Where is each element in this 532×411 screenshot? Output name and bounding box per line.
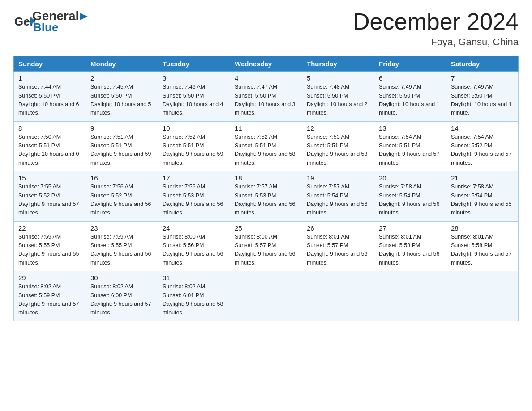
day-number: 6 <box>379 74 442 82</box>
logo-triangle-icon <box>80 12 90 21</box>
calendar-cell: 30Sunrise: 8:02 AMSunset: 6:00 PMDayligh… <box>86 271 158 321</box>
day-number: 22 <box>18 224 81 232</box>
day-info: Sunrise: 7:59 AMSunset: 5:55 PMDaylight:… <box>18 233 81 268</box>
day-info: Sunrise: 7:52 AMSunset: 5:51 PMDaylight:… <box>235 133 297 168</box>
col-saturday: Saturday <box>446 56 519 72</box>
page-header: General General Blue December 2024 Foya,… <box>13 9 519 48</box>
day-info: Sunrise: 8:00 AMSunset: 5:57 PMDaylight:… <box>235 233 297 268</box>
day-info: Sunrise: 7:49 AMSunset: 5:50 PMDaylight:… <box>451 83 514 118</box>
calendar-cell: 16Sunrise: 7:56 AMSunset: 5:52 PMDayligh… <box>86 171 158 222</box>
day-info: Sunrise: 7:49 AMSunset: 5:50 PMDaylight:… <box>379 83 442 118</box>
calendar-cell <box>230 271 302 321</box>
calendar-table: Sunday Monday Tuesday Wednesday Thursday… <box>13 56 519 321</box>
calendar-cell: 21Sunrise: 7:58 AMSunset: 5:54 PMDayligh… <box>446 171 519 222</box>
day-number: 28 <box>451 224 514 232</box>
day-info: Sunrise: 7:48 AMSunset: 5:50 PMDaylight:… <box>307 83 369 118</box>
calendar-cell: 28Sunrise: 8:01 AMSunset: 5:58 PMDayligh… <box>446 221 519 271</box>
day-number: 29 <box>18 274 81 282</box>
calendar-cell: 23Sunrise: 7:59 AMSunset: 5:55 PMDayligh… <box>86 221 158 271</box>
week-row-2: 8Sunrise: 7:50 AMSunset: 5:51 PMDaylight… <box>14 121 519 171</box>
day-number: 16 <box>90 174 153 182</box>
day-number: 4 <box>235 74 297 82</box>
day-info: Sunrise: 7:54 AMSunset: 5:52 PMDaylight:… <box>451 133 514 168</box>
day-number: 3 <box>163 74 225 82</box>
calendar-body: 1Sunrise: 7:44 AMSunset: 5:50 PMDaylight… <box>14 72 519 321</box>
day-number: 26 <box>307 224 369 232</box>
day-info: Sunrise: 7:50 AMSunset: 5:51 PMDaylight:… <box>18 133 81 168</box>
day-info: Sunrise: 7:57 AMSunset: 5:54 PMDaylight:… <box>307 183 369 218</box>
day-info: Sunrise: 7:58 AMSunset: 5:54 PMDaylight:… <box>451 183 514 218</box>
day-number: 8 <box>18 124 81 132</box>
day-info: Sunrise: 7:53 AMSunset: 5:51 PMDaylight:… <box>307 133 369 168</box>
calendar-cell: 19Sunrise: 7:57 AMSunset: 5:54 PMDayligh… <box>302 171 374 222</box>
calendar-cell: 24Sunrise: 8:00 AMSunset: 5:56 PMDayligh… <box>158 221 230 271</box>
col-friday: Friday <box>374 56 446 72</box>
col-sunday: Sunday <box>14 56 86 72</box>
day-info: Sunrise: 7:51 AMSunset: 5:51 PMDaylight:… <box>90 133 153 168</box>
calendar-cell: 25Sunrise: 8:00 AMSunset: 5:57 PMDayligh… <box>230 221 302 271</box>
day-number: 5 <box>307 74 369 82</box>
day-number: 17 <box>163 174 225 182</box>
calendar-header: Sunday Monday Tuesday Wednesday Thursday… <box>14 56 519 72</box>
col-wednesday: Wednesday <box>230 56 302 72</box>
logo: General General Blue <box>13 9 90 34</box>
week-row-1: 1Sunrise: 7:44 AMSunset: 5:50 PMDaylight… <box>14 72 519 122</box>
week-row-4: 22Sunrise: 7:59 AMSunset: 5:55 PMDayligh… <box>14 221 519 271</box>
calendar-cell: 7Sunrise: 7:49 AMSunset: 5:50 PMDaylight… <box>446 72 519 122</box>
week-row-5: 29Sunrise: 8:02 AMSunset: 5:59 PMDayligh… <box>14 271 519 321</box>
calendar-cell: 26Sunrise: 8:01 AMSunset: 5:57 PMDayligh… <box>302 221 374 271</box>
day-number: 1 <box>18 74 81 82</box>
calendar-cell: 22Sunrise: 7:59 AMSunset: 5:55 PMDayligh… <box>14 221 86 271</box>
day-info: Sunrise: 7:45 AMSunset: 5:50 PMDaylight:… <box>90 83 153 118</box>
logo-icon: General <box>13 11 35 33</box>
calendar-cell: 2Sunrise: 7:45 AMSunset: 5:50 PMDaylight… <box>86 72 158 122</box>
day-info: Sunrise: 8:02 AMSunset: 6:01 PMDaylight:… <box>163 283 225 317</box>
calendar-cell: 10Sunrise: 7:52 AMSunset: 5:51 PMDayligh… <box>158 121 230 171</box>
calendar-cell: 6Sunrise: 7:49 AMSunset: 5:50 PMDaylight… <box>374 72 446 122</box>
day-info: Sunrise: 7:57 AMSunset: 5:53 PMDaylight:… <box>235 183 297 218</box>
calendar-cell: 31Sunrise: 8:02 AMSunset: 6:01 PMDayligh… <box>158 271 230 321</box>
calendar-cell: 9Sunrise: 7:51 AMSunset: 5:51 PMDaylight… <box>86 121 158 171</box>
day-number: 20 <box>379 174 442 182</box>
day-info: Sunrise: 8:00 AMSunset: 5:56 PMDaylight:… <box>163 233 225 268</box>
calendar-cell <box>302 271 374 321</box>
calendar-cell: 4Sunrise: 7:47 AMSunset: 5:50 PMDaylight… <box>230 72 302 122</box>
logo-blue-text: Blue <box>33 21 90 34</box>
day-info: Sunrise: 7:46 AMSunset: 5:50 PMDaylight:… <box>163 83 225 118</box>
day-number: 12 <box>307 124 369 132</box>
calendar-cell <box>374 271 446 321</box>
day-info: Sunrise: 8:01 AMSunset: 5:58 PMDaylight:… <box>451 233 514 268</box>
col-monday: Monday <box>86 56 158 72</box>
location: Foya, Gansu, China <box>353 36 519 48</box>
calendar-cell: 1Sunrise: 7:44 AMSunset: 5:50 PMDaylight… <box>14 72 86 122</box>
calendar-cell: 11Sunrise: 7:52 AMSunset: 5:51 PMDayligh… <box>230 121 302 171</box>
day-number: 10 <box>163 124 225 132</box>
day-number: 30 <box>90 274 153 282</box>
day-number: 18 <box>235 174 297 182</box>
day-number: 31 <box>163 274 225 282</box>
day-number: 15 <box>18 174 81 182</box>
day-info: Sunrise: 7:55 AMSunset: 5:52 PMDaylight:… <box>18 183 81 218</box>
day-info: Sunrise: 7:47 AMSunset: 5:50 PMDaylight:… <box>235 83 297 118</box>
calendar-cell: 15Sunrise: 7:55 AMSunset: 5:52 PMDayligh… <box>14 171 86 222</box>
calendar-cell: 20Sunrise: 7:58 AMSunset: 5:54 PMDayligh… <box>374 171 446 222</box>
day-info: Sunrise: 7:56 AMSunset: 5:53 PMDaylight:… <box>163 183 225 218</box>
day-info: Sunrise: 8:01 AMSunset: 5:58 PMDaylight:… <box>379 233 442 268</box>
calendar-cell: 14Sunrise: 7:54 AMSunset: 5:52 PMDayligh… <box>446 121 519 171</box>
month-title: December 2024 <box>353 9 519 34</box>
day-info: Sunrise: 7:56 AMSunset: 5:52 PMDaylight:… <box>90 183 153 218</box>
calendar-cell: 17Sunrise: 7:56 AMSunset: 5:53 PMDayligh… <box>158 171 230 222</box>
day-info: Sunrise: 7:54 AMSunset: 5:51 PMDaylight:… <box>379 133 442 168</box>
day-number: 2 <box>90 74 153 82</box>
header-row: Sunday Monday Tuesday Wednesday Thursday… <box>14 56 519 72</box>
calendar-cell <box>446 271 519 321</box>
calendar-cell: 12Sunrise: 7:53 AMSunset: 5:51 PMDayligh… <box>302 121 374 171</box>
day-number: 13 <box>379 124 442 132</box>
calendar-cell: 13Sunrise: 7:54 AMSunset: 5:51 PMDayligh… <box>374 121 446 171</box>
calendar-cell: 18Sunrise: 7:57 AMSunset: 5:53 PMDayligh… <box>230 171 302 222</box>
day-info: Sunrise: 8:02 AMSunset: 5:59 PMDaylight:… <box>18 283 81 317</box>
day-number: 9 <box>90 124 153 132</box>
col-tuesday: Tuesday <box>158 56 230 72</box>
day-number: 14 <box>451 124 514 132</box>
calendar-cell: 29Sunrise: 8:02 AMSunset: 5:59 PMDayligh… <box>14 271 86 321</box>
